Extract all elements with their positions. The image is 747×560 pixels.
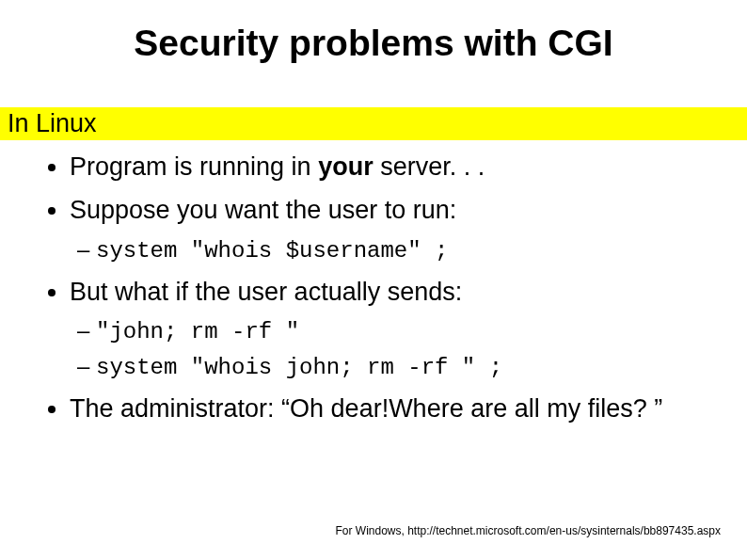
bullet-text: server. . .: [374, 152, 485, 181]
bullet-item: Program is running in your server. . .: [70, 152, 743, 184]
slide-title: Security problems with CGI: [0, 0, 747, 70]
bullet-item: Suppose you want the user to run: system…: [70, 195, 743, 265]
heading-band: In Linux: [0, 107, 747, 140]
code-text: system "whois john; rm -rf " ;: [96, 355, 502, 380]
sub-bullet-list: system "whois $username" ;: [70, 234, 743, 265]
slide: Security problems with CGI In Linux Prog…: [0, 0, 747, 560]
sub-bullet-item: system "whois $username" ;: [96, 234, 743, 265]
bullet-text: The administrator: “Oh dear!Where are al…: [70, 394, 662, 423]
bullet-list: Program is running in your server. . . S…: [4, 152, 743, 425]
bullet-text: Suppose you want the user to run:: [70, 196, 456, 224]
sub-bullet-item: system "whois john; rm -rf " ;: [96, 351, 743, 382]
slide-body: Program is running in your server. . . S…: [0, 152, 747, 425]
bullet-item: The administrator: “Oh dear!Where are al…: [70, 393, 743, 425]
code-text: system "whois $username" ;: [96, 238, 448, 264]
sub-bullet-item: "john; rm -rf ": [96, 315, 743, 346]
bullet-item: But what if the user actually sends: "jo…: [70, 277, 743, 382]
code-text: "john; rm -rf ": [96, 319, 299, 344]
footnote: For Windows, http://technet.microsoft.co…: [335, 524, 721, 537]
sub-bullet-list: "john; rm -rf " system "whois john; rm -…: [70, 315, 743, 381]
bullet-text: But what if the user actually sends:: [70, 278, 462, 306]
bullet-text-bold: your: [318, 152, 374, 181]
bullet-text: Program is running in: [70, 152, 318, 181]
